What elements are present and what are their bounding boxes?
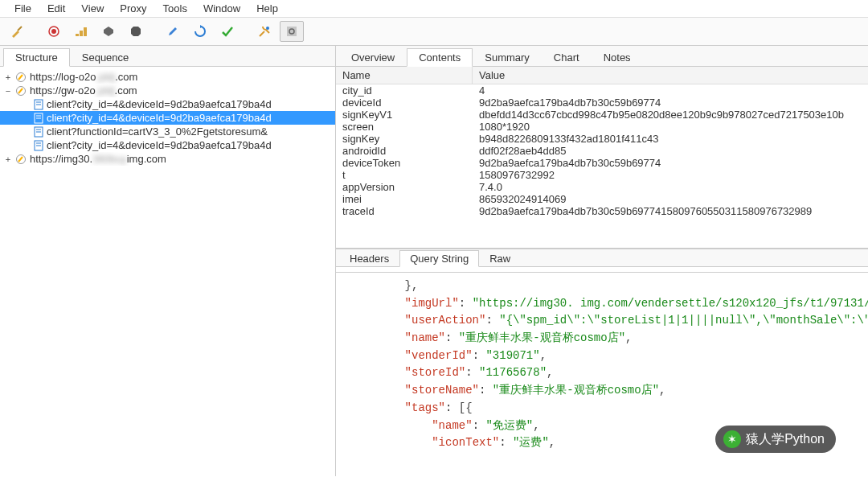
tab-query-string[interactable]: Query String <box>399 250 479 267</box>
menu-proxy[interactable]: Proxy <box>112 2 154 15</box>
tab-chart[interactable]: Chart <box>542 48 592 67</box>
table-row[interactable]: city_id4 <box>336 84 868 97</box>
tree-host-row[interactable]: +https://log-o2o.jddj.com <box>0 70 335 84</box>
menu-tools[interactable]: Tools <box>155 2 195 15</box>
record-icon[interactable] <box>42 21 66 42</box>
col-name-header: Name <box>336 67 473 84</box>
svg-marker-7 <box>131 27 141 36</box>
param-name: t <box>336 169 473 181</box>
table-row[interactable]: signKeyV1dbefdd14d3cc67cbcd998c47b95e082… <box>336 109 868 121</box>
tree-label: client?functionId=cartV3_3_0%2Fgetstores… <box>47 125 268 138</box>
param-name: traceId <box>336 205 473 217</box>
tree-label: client?city_id=4&deviceId=9d2ba9aefca179… <box>47 112 272 124</box>
param-name: city_id <box>336 84 473 97</box>
svg-point-9 <box>266 27 269 30</box>
tree-toggle-icon[interactable]: + <box>3 154 13 164</box>
table-row[interactable]: imei865932024914069 <box>336 193 868 205</box>
svg-rect-10 <box>287 27 297 36</box>
param-value: 1580976732992 <box>473 169 868 181</box>
tab-contents[interactable]: Contents <box>407 48 473 67</box>
table-row[interactable]: appVersion7.4.0 <box>336 181 868 193</box>
params-table: Name Value city_id4deviceId9d2ba9aefca17… <box>336 67 868 249</box>
table-row[interactable]: signKeyb948d8226809133f432ad1801f411c43 <box>336 133 868 145</box>
json-line: "userAction": "{\"spm_id\":\"storeList|1… <box>378 312 868 330</box>
request-icon <box>34 140 43 151</box>
watermark-text: 猿人学Python <box>746 431 825 448</box>
svg-rect-5 <box>84 27 87 36</box>
stop-icon[interactable] <box>124 21 148 42</box>
tree-request-row[interactable]: client?city_id=4&deviceId=9d2ba9aefca179… <box>0 138 335 152</box>
structure-panel: StructureSequence +https://log-o2o.jddj.… <box>0 46 336 476</box>
menu-bar: FileEditViewProxyToolsWindowHelp <box>0 0 868 18</box>
tree-request-row[interactable]: client?functionId=cartV3_3_0%2Fgetstores… <box>0 125 335 138</box>
param-name: deviceToken <box>336 157 473 169</box>
json-line: "venderId": "319071", <box>378 347 868 365</box>
tab-summary[interactable]: Summary <box>473 48 542 67</box>
table-row[interactable]: deviceId9d2ba9aefca179ba4db7b30c59b69774 <box>336 97 868 109</box>
repeat-icon[interactable] <box>188 21 212 42</box>
json-line: "name": "重庆鲜丰水果-观音桥cosmo店", <box>378 330 868 347</box>
table-row[interactable]: deviceToken9d2ba9aefca179ba4db7b30c59b69… <box>336 157 868 169</box>
tree-label: https://gw-o2o.jddj.com <box>30 84 137 97</box>
col-value-header: Value <box>473 67 868 84</box>
throttle-icon[interactable] <box>69 21 93 42</box>
tree-request-row[interactable]: client?city_id=4&deviceId=9d2ba9aefca179… <box>0 111 335 125</box>
tree-label: https://log-o2o.jddj.com <box>30 71 137 83</box>
tab-structure[interactable]: Structure <box>3 48 70 67</box>
sub-tabs: HeadersQuery StringRaw <box>336 249 868 267</box>
wechat-icon: ✶ <box>723 430 741 448</box>
request-tree: +https://log-o2o.jddj.com−https://gw-o2o… <box>0 67 335 476</box>
json-line: }, <box>378 278 868 295</box>
bolt-icon <box>15 154 27 165</box>
table-header: Name Value <box>336 67 868 84</box>
broom-icon[interactable] <box>5 21 29 42</box>
tree-host-row[interactable]: −https://gw-o2o.jddj.com <box>0 84 335 97</box>
svg-rect-4 <box>80 31 83 36</box>
left-tabs: StructureSequence <box>0 46 335 67</box>
validate-icon[interactable] <box>215 21 240 42</box>
param-value: dbefdd14d3cc67cbcd998c47b95e0820d8ee120b… <box>473 109 868 121</box>
menu-file[interactable]: File <box>6 2 39 15</box>
edit-icon[interactable] <box>161 21 185 42</box>
tree-host-row[interactable]: +https://img30.360buyimg.com <box>0 152 335 166</box>
param-name: androidId <box>336 145 473 157</box>
json-line: "imgUrl": "https://img30. img.com/vender… <box>378 295 868 313</box>
param-value: 7.4.0 <box>473 181 868 193</box>
menu-help[interactable]: Help <box>248 2 286 15</box>
tab-headers[interactable]: Headers <box>339 250 399 267</box>
param-name: signKeyV1 <box>336 109 473 121</box>
tab-overview[interactable]: Overview <box>339 48 407 67</box>
param-value: 9d2ba9aefca179ba4db7b30c59b69774 <box>473 97 868 109</box>
request-icon <box>34 99 43 110</box>
table-row[interactable]: androidIdddf02f28aeb4dd85 <box>336 145 868 157</box>
toolbar <box>0 18 868 46</box>
details-panel: OverviewContentsSummaryChartNotes Name V… <box>336 46 868 476</box>
menu-edit[interactable]: Edit <box>39 2 73 15</box>
param-name: appVersion <box>336 181 473 193</box>
param-value: 9d2ba9aefca179ba4db7b30c59b6977415809760… <box>473 205 868 217</box>
bolt-icon <box>15 72 27 83</box>
tree-toggle-icon[interactable]: − <box>3 86 13 96</box>
json-line: "storeId": "11765678", <box>378 364 868 382</box>
menu-view[interactable]: View <box>73 2 112 15</box>
param-name: signKey <box>336 133 473 145</box>
menu-window[interactable]: Window <box>195 2 248 15</box>
json-line: "tags": [{ <box>378 400 868 417</box>
tab-sequence[interactable]: Sequence <box>70 48 141 67</box>
table-row[interactable]: t1580976732992 <box>336 169 868 181</box>
table-row[interactable]: traceId9d2ba9aefca179ba4db7b30c59b697741… <box>336 205 868 217</box>
param-value: b948d8226809133f432ad1801f411c43 <box>473 133 868 145</box>
tree-label: https://img30.360buyimg.com <box>30 153 166 165</box>
tree-request-row[interactable]: client?city_id=4&deviceId=9d2ba9aefca179… <box>0 97 335 111</box>
param-value: 1080*1920 <box>473 121 868 133</box>
json-line: "storeName": "重庆鲜丰水果-观音桥cosmo店", <box>378 382 868 400</box>
breakpoint-icon[interactable] <box>96 21 121 42</box>
tree-toggle-icon[interactable]: + <box>3 72 13 82</box>
tab-raw[interactable]: Raw <box>479 250 521 267</box>
settings-icon[interactable] <box>280 21 304 42</box>
table-row[interactable]: screen1080*1920 <box>336 121 868 133</box>
right-tabs: OverviewContentsSummaryChartNotes <box>336 46 868 67</box>
tab-notes[interactable]: Notes <box>592 48 643 67</box>
tree-label: client?city_id=4&deviceId=9d2ba9aefca179… <box>47 139 272 151</box>
tools-icon[interactable] <box>252 21 276 42</box>
